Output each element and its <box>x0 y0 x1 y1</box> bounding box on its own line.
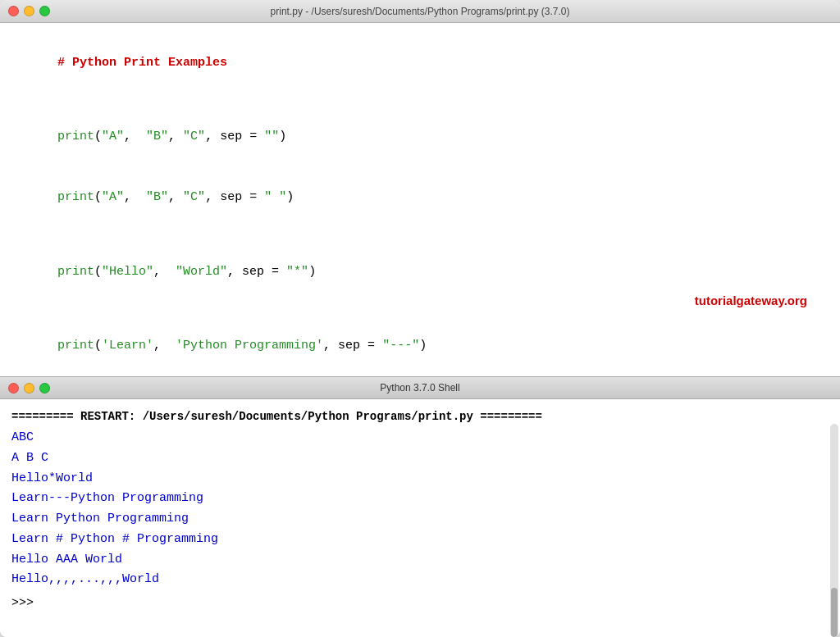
minimize-button[interactable] <box>24 6 34 16</box>
output-line-6: Learn # Python # Programming <box>11 530 829 550</box>
close-button[interactable] <box>8 6 19 16</box>
shell-close-button[interactable] <box>8 383 19 394</box>
output-line-8: Hello,,,,...,,,World <box>11 570 829 590</box>
restart-line: ========= RESTART: /Users/suresh/Documen… <box>11 407 829 426</box>
code-line-2: print("A", "B", "C", sep = " ") <box>13 168 827 229</box>
shell-prompt[interactable]: >>> <box>11 594 829 614</box>
shell-window-controls <box>8 383 50 394</box>
output-line-2: A B C <box>11 448 829 469</box>
scrollbar-thumb[interactable] <box>831 588 838 637</box>
shell-maximize-button[interactable] <box>39 383 50 394</box>
output-line-3: Hello*World <box>11 469 829 489</box>
output-line-5: Learn Python Programming <box>11 509 829 530</box>
editor-title: print.py - /Users/suresh/Documents/Pytho… <box>271 6 570 17</box>
code-line-1: print("A", "B", "C", sep = "") <box>13 107 827 167</box>
shell-output[interactable]: ========= RESTART: /Users/suresh/Documen… <box>0 399 840 637</box>
output-line-1: ABC <box>11 428 829 448</box>
maximize-button[interactable] <box>39 6 50 16</box>
output-line-4: Learn---Python Programming <box>11 489 829 509</box>
shell-title-bar: Python 3.7.0 Shell <box>0 376 840 399</box>
main-window: print.py - /Users/suresh/Documents/Pytho… <box>0 0 840 637</box>
editor-title-bar: print.py - /Users/suresh/Documents/Pytho… <box>0 0 840 23</box>
scrollbar[interactable] <box>830 424 838 637</box>
watermark: tutorialgateway.org <box>695 291 807 311</box>
code-editor[interactable]: # Python Print Examples print("A", "B", … <box>0 23 840 376</box>
comment-line: # Python Print Examples <box>13 33 827 93</box>
window-controls <box>8 6 50 16</box>
shell-minimize-button[interactable] <box>24 383 34 394</box>
code-line-4: print('Learn', 'Python Programming', sep… <box>13 316 827 376</box>
output-line-7: Hello AAA World <box>11 550 829 571</box>
shell-title: Python 3.7.0 Shell <box>380 382 459 394</box>
